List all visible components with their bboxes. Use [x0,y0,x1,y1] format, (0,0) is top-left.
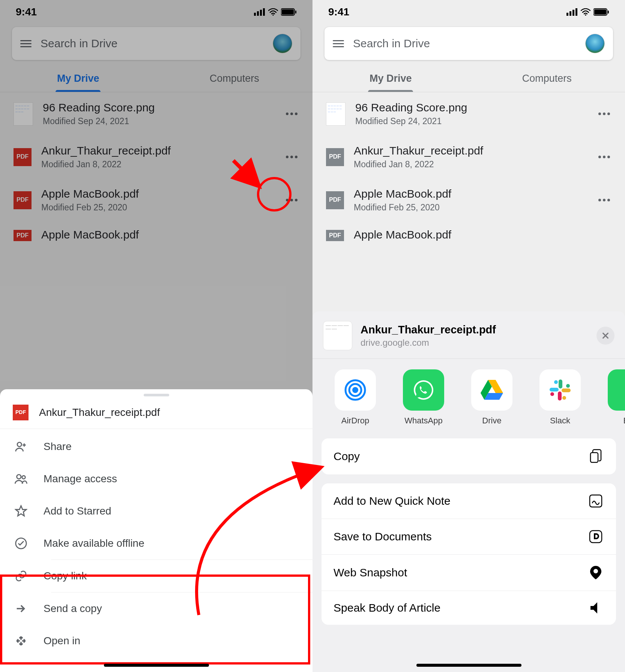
documents-icon [587,530,604,544]
search-bar[interactable]: Search in Drive [325,27,613,60]
file-row-partial: PDF Apple MacBook.pdf [0,222,312,241]
file-row[interactable]: — — — — — — — — — — — — — 96 Reading Sco… [312,92,625,135]
home-indicator[interactable] [104,664,209,667]
svg-point-21 [352,387,358,393]
svg-rect-15 [572,10,574,16]
app-partial[interactable]: Bu [604,369,625,426]
status-icons [566,8,609,16]
tab-my-drive[interactable]: My Drive [0,68,156,92]
svg-rect-25 [559,380,562,388]
whatsapp-icon [403,369,444,411]
svg-rect-1 [257,11,259,16]
file-modified: Modified Feb 25, 2020 [354,202,585,213]
close-button[interactable] [596,327,614,345]
phone-left: 9:41 Search in Drive My Drive Computers … [0,0,312,672]
action-speak-article[interactable]: Speak Body of Article [322,591,616,625]
action-group-copy: Copy [322,438,616,474]
tab-computers[interactable]: Computers [469,68,625,92]
airdrop-icon [335,369,376,411]
file-name: 96 Reading Score.png [355,101,585,114]
svg-rect-34 [590,495,602,507]
share-header: —— —— —— —— —— —— Ankur_Thakur_receipt.p… [312,311,625,358]
svg-point-17 [585,14,586,16]
menu-manage-access[interactable]: Manage access [0,463,312,495]
share-apps-row[interactable]: AirDrop WhatsApp Drive Slack [312,359,625,429]
sheet-file-name: Ankur_Thakur_receipt.pdf [39,406,160,418]
tab-computers[interactable]: Computers [156,68,313,92]
more-icon[interactable] [282,152,301,162]
svg-rect-6 [282,9,294,15]
sheet-grabber[interactable] [144,394,169,396]
svg-rect-13 [566,13,568,16]
app-drive[interactable]: Drive [468,369,516,426]
file-row[interactable]: PDF Ankur_Thakur_receipt.pdf Modified Ja… [0,135,312,178]
more-icon[interactable] [595,109,614,119]
svg-rect-20 [608,10,609,14]
app-partial-icon [608,369,625,411]
more-icon[interactable] [595,152,614,162]
action-web-snapshot[interactable]: Web Snapshot [322,555,616,591]
action-group-list: Add to New Quick Note Save to Documents … [322,483,616,625]
file-name: Ankur_Thakur_receipt.pdf [41,144,272,157]
annotation-red-box [0,574,310,664]
copy-icon [587,449,604,464]
menu-share[interactable]: Share [0,430,312,463]
svg-rect-35 [590,531,602,543]
sheet-header: PDF Ankur_Thakur_receipt.pdf [0,399,312,429]
more-icon[interactable] [595,195,614,205]
more-icon[interactable] [282,109,301,119]
menu-icon[interactable] [333,40,344,47]
file-list: — — — — — — — — — — — — — 96 Reading Sco… [0,92,312,241]
svg-point-9 [17,442,21,447]
svg-rect-19 [594,9,606,15]
pdf-icon: PDF [326,148,344,166]
status-time: 9:41 [16,6,37,18]
file-row[interactable]: — — — — — — — — — — — — — 96 Reading Sco… [0,92,312,135]
file-modified: Modified Sep 24, 2021 [355,116,585,126]
svg-rect-14 [569,11,571,16]
svg-rect-33 [590,453,598,462]
share-subtitle: drive.google.com [361,338,588,348]
share-file-name: Ankur_Thakur_receipt.pdf [361,324,588,336]
quick-note-icon [587,494,604,508]
share-preview: —— —— —— —— —— —— [323,321,352,350]
svg-rect-2 [260,10,262,16]
file-modified: Modified Jan 8, 2022 [354,159,585,170]
person-add-icon [14,440,29,453]
avatar[interactable] [273,34,292,53]
avatar[interactable] [585,34,605,53]
tab-my-drive[interactable]: My Drive [312,68,469,92]
drive-icon [471,369,512,411]
menu-available-offline[interactable]: Make available offline [0,527,312,560]
svg-point-32 [550,392,554,396]
file-name: Apple MacBook.pdf [354,188,585,200]
ios-share-sheet: —— —— —— —— —— —— Ankur_Thakur_receipt.p… [312,311,625,672]
svg-point-31 [562,396,566,400]
status-bar: 9:41 [312,0,625,24]
file-thumb-image: — — — — — — — — — — — — — [14,102,33,126]
file-row[interactable]: PDF Apple MacBook.pdf Modified Feb 25, 2… [312,178,625,222]
home-indicator[interactable] [416,664,521,667]
file-thumb-image: — — — — — — — — — — — — — [326,102,346,126]
action-save-documents[interactable]: Save to Documents [322,519,616,555]
svg-rect-0 [254,13,256,16]
action-copy[interactable]: Copy [322,438,616,474]
offline-icon [14,537,29,550]
app-slack[interactable]: Slack [536,369,584,426]
file-row[interactable]: PDF Ankur_Thakur_receipt.pdf Modified Ja… [312,135,625,178]
search-bar[interactable]: Search in Drive [12,27,300,60]
menu-add-starred[interactable]: Add to Starred [0,495,312,527]
status-icons [254,8,297,16]
status-bar: 9:41 [0,0,312,24]
app-airdrop[interactable]: AirDrop [331,369,379,426]
file-modified: Modified Sep 24, 2021 [43,116,272,126]
menu-icon[interactable] [20,40,32,47]
svg-rect-16 [575,8,577,16]
svg-rect-3 [263,8,265,16]
app-whatsapp[interactable]: WhatsApp [400,369,448,426]
status-time: 9:41 [328,6,349,18]
search-placeholder: Search in Drive [41,37,264,50]
svg-point-11 [22,476,26,479]
action-quick-note[interactable]: Add to New Quick Note [322,483,616,519]
drive-tabs: My Drive Computers [312,68,625,92]
